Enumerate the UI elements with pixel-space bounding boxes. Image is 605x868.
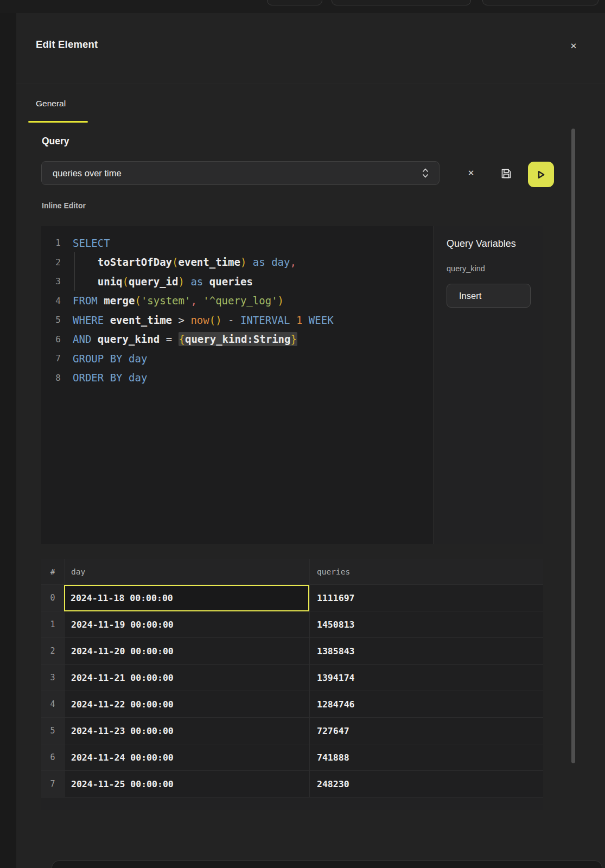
code-token: [246, 256, 252, 268]
sql-editor[interactable]: 1SELECT2 toStartOfDay(event_time) as day…: [41, 226, 433, 544]
day-cell[interactable]: 2024-11-18 00:00:00: [64, 585, 309, 611]
day-cell[interactable]: 2024-11-25 00:00:00: [64, 771, 309, 797]
row-index-cell: 4: [41, 691, 64, 718]
play-icon: [536, 169, 546, 180]
query-select-value: queries over time: [53, 168, 422, 178]
code-token: [73, 256, 98, 268]
insert-button-label: Insert: [459, 291, 481, 301]
code-token: AND: [73, 333, 91, 345]
floppy-save-icon: [500, 167, 513, 180]
code-token: BY: [110, 353, 123, 365]
code-line: 1SELECT: [41, 233, 433, 253]
code-token: as: [253, 256, 265, 268]
background-toolbar-button[interactable]: [482, 0, 598, 5]
clear-query-button[interactable]: ✕: [463, 165, 479, 181]
close-icon[interactable]: ✕: [566, 39, 581, 54]
code-token: as: [190, 276, 203, 288]
code-token: 1: [296, 314, 302, 326]
code-token: [123, 372, 129, 384]
row-index-cell: 1: [41, 611, 64, 638]
code-token: ): [278, 295, 284, 307]
edit-element-modal: Edit Element ✕ General Query queries ove…: [16, 13, 605, 868]
day-cell[interactable]: 2024-11-19 00:00:00: [64, 611, 309, 638]
background-toolbar-button[interactable]: [332, 0, 471, 5]
code-token: '^query_log': [203, 295, 277, 307]
code-text: uniq(query_id) as queries: [73, 276, 253, 288]
save-query-button[interactable]: [499, 166, 514, 181]
code-token: now: [190, 314, 209, 326]
code-text: GROUP BY day: [73, 353, 147, 365]
code-token: FROM: [73, 295, 98, 307]
row-index-cell: 0: [41, 585, 64, 611]
table-row: 42024-11-22 00:00:001284746: [41, 691, 543, 718]
results-table: # day queries 02024-11-18 00:00:00111169…: [41, 559, 543, 810]
query-select[interactable]: queries over time: [41, 161, 440, 185]
code-token: INTERVAL: [240, 314, 290, 326]
queries-cell[interactable]: 1284746: [309, 691, 543, 718]
queries-cell[interactable]: 1385843: [309, 638, 543, 665]
queries-cell[interactable]: 727647: [309, 718, 543, 744]
code-token: }: [290, 333, 296, 345]
code-token: (): [209, 314, 222, 326]
run-query-button[interactable]: [528, 162, 554, 187]
table-row: 12024-11-19 00:00:001450813: [41, 611, 543, 638]
code-token: [98, 295, 104, 307]
code-token: [104, 314, 110, 326]
code-token: (: [172, 256, 178, 268]
code-text: ORDER BY day: [73, 372, 147, 384]
code-token: (: [135, 295, 141, 307]
code-token: ): [240, 256, 246, 268]
day-cell[interactable]: 2024-11-22 00:00:00: [64, 691, 309, 718]
row-index-cell: 6: [41, 744, 64, 771]
queries-cell[interactable]: 1450813: [309, 611, 543, 638]
line-number: 6: [41, 334, 61, 344]
background-toolbar-button[interactable]: [267, 0, 322, 5]
queries-cell[interactable]: 248230: [309, 771, 543, 797]
code-token: 'system': [141, 295, 191, 307]
code-token: [234, 314, 240, 326]
line-number: 5: [41, 315, 61, 325]
code-token: [222, 314, 228, 326]
line-number: 8: [41, 373, 61, 383]
inline-editor-label: Inline Editor: [42, 201, 86, 210]
column-header-index[interactable]: #: [41, 559, 64, 585]
line-number: 3: [41, 276, 61, 286]
table-row: 02024-11-18 00:00:001111697: [41, 585, 543, 611]
column-header-queries[interactable]: queries: [309, 559, 543, 585]
queries-cell[interactable]: 1394174: [309, 665, 543, 691]
code-token: =: [166, 333, 172, 345]
code-token: [104, 353, 110, 365]
code-token: SELECT: [73, 237, 110, 249]
code-token: [91, 333, 97, 345]
code-token: [302, 314, 308, 326]
code-token: [160, 333, 165, 345]
query-variables-panel: Query Variables query_kind Insert: [433, 226, 543, 544]
code-token: event_time: [110, 314, 172, 326]
queries-cell[interactable]: 1111697: [309, 585, 543, 611]
code-token: toStartOfDay: [98, 256, 172, 268]
code-text: toStartOfDay(event_time) as day,: [73, 256, 296, 268]
day-cell[interactable]: 2024-11-20 00:00:00: [64, 638, 309, 665]
code-token: ORDER: [73, 372, 104, 384]
code-token: [172, 314, 178, 326]
day-cell[interactable]: 2024-11-21 00:00:00: [64, 665, 309, 691]
background-bottom-sheet: [52, 860, 602, 868]
modal-scrollbar-thumb[interactable]: [571, 129, 575, 763]
code-token: ,: [190, 295, 196, 307]
row-index-cell: 5: [41, 718, 64, 744]
code-token: [172, 333, 178, 345]
table-row: 52024-11-23 00:00:00727647: [41, 718, 543, 744]
table-row: 32024-11-21 00:00:001394174: [41, 665, 543, 691]
tab-general[interactable]: General: [36, 99, 66, 108]
column-header-day[interactable]: day: [64, 559, 309, 585]
indent-guide: [74, 252, 75, 291]
code-text: WHERE event_time > now() - INTERVAL 1 WE…: [73, 314, 334, 326]
code-token: merge: [104, 295, 135, 307]
table-footer: [41, 797, 543, 810]
queries-cell[interactable]: 741888: [309, 744, 543, 771]
day-cell[interactable]: 2024-11-23 00:00:00: [64, 718, 309, 744]
code-token: BY: [110, 372, 123, 384]
insert-variable-button[interactable]: Insert: [447, 284, 531, 308]
row-index-cell: 3: [41, 665, 64, 691]
day-cell[interactable]: 2024-11-24 00:00:00: [64, 744, 309, 771]
